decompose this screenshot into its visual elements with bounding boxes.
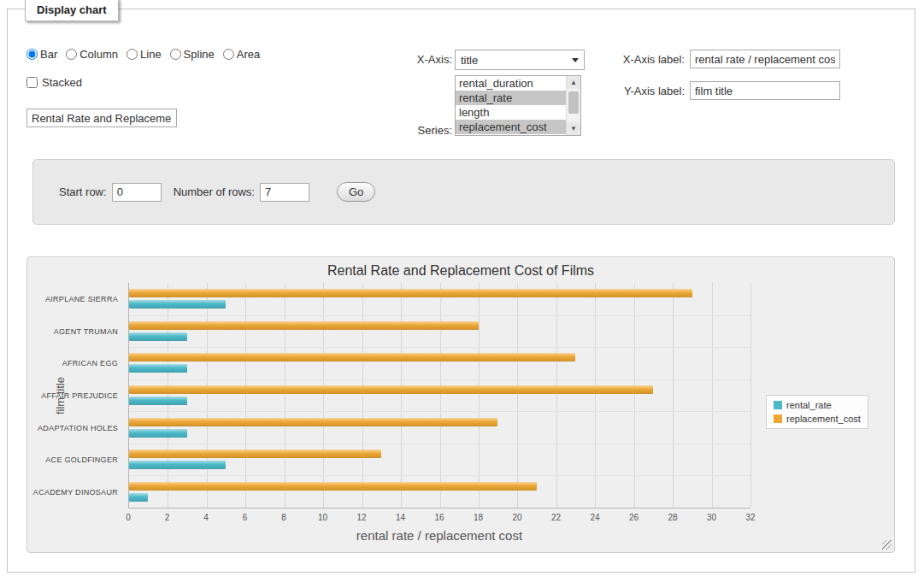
series-listbox[interactable]: rental_durationrental_ratelengthreplacem… <box>455 75 581 136</box>
bar-group <box>129 379 750 412</box>
radio-line[interactable] <box>127 49 138 60</box>
radio-area[interactable] <box>223 49 234 60</box>
x-tick-label: 28 <box>668 513 677 522</box>
series-option-replacement_cost[interactable]: replacement_cost <box>456 120 566 134</box>
bar-group <box>129 444 750 476</box>
bar-replacement_cost <box>129 289 692 297</box>
x-tick-label: 10 <box>318 513 327 522</box>
chart-type-area[interactable]: Area <box>223 48 260 61</box>
bar-rental_rate <box>129 364 187 373</box>
category-labels: AIRPLANE SIERRAAGENT TRUMANAFRICAN EGGAF… <box>27 283 123 509</box>
bar-group <box>129 315 750 348</box>
x-tick-label: 6 <box>243 513 248 522</box>
category-label: AIRPLANE SIERRA <box>27 283 118 315</box>
series-option-rental_rate[interactable]: rental_rate <box>456 91 566 105</box>
number-of-rows-label: Number of rows: <box>174 185 255 198</box>
radio-bar[interactable] <box>26 49 38 60</box>
bar-group <box>129 411 750 444</box>
category-label: AFRICAN EGG <box>27 347 118 379</box>
chevron-down-icon <box>572 58 579 62</box>
x-axis-select[interactable]: title <box>455 50 585 70</box>
radio-column[interactable] <box>66 49 77 60</box>
series-option-length[interactable]: length <box>456 105 566 120</box>
listbox-scrollbar[interactable]: ▲ ▼ <box>566 76 580 135</box>
x-tick-label: 2 <box>165 513 170 522</box>
chart-type-label: Spline <box>184 48 215 61</box>
series-option-rental_duration[interactable]: rental_duration <box>456 76 566 91</box>
plot-area <box>128 283 750 509</box>
stacked-label: Stacked <box>42 76 82 89</box>
x-tick-label: 4 <box>203 513 209 522</box>
x-tick-label: 30 <box>707 513 716 522</box>
rows-panel: Start row: Number of rows: Go <box>32 159 895 225</box>
chart-title-input[interactable] <box>26 109 177 127</box>
x-axis-label-input[interactable] <box>690 50 840 68</box>
bar-replacement_cost <box>129 321 479 330</box>
resize-handle-icon[interactable] <box>882 540 892 550</box>
stacked-row: Stacked <box>26 76 82 89</box>
chart-type-label: Line <box>140 48 162 61</box>
legend-label: replacement_cost <box>786 414 861 424</box>
bar-group <box>129 347 750 379</box>
chart-type-bar[interactable]: Bar <box>26 48 57 61</box>
series-label: Series: <box>397 124 452 137</box>
chart-legend: rental_ratereplacement_cost <box>766 395 868 429</box>
display-chart-fieldset: Display chart BarColumnLineSplineArea St… <box>7 9 915 573</box>
x-tick-label: 22 <box>551 513 561 522</box>
x-tick-label: 18 <box>474 513 483 522</box>
chart-panel: Rental Rate and Replacement Cost of Film… <box>26 256 895 553</box>
category-label: ACADEMY DINOSAUR <box>27 476 118 509</box>
bar-group <box>129 475 750 508</box>
bar-rental_rate <box>129 397 187 405</box>
category-label: ADAPTATION HOLES <box>27 412 118 444</box>
chart-type-label: Area <box>237 48 260 61</box>
scroll-up-icon[interactable]: ▲ <box>567 76 580 89</box>
legend-swatch-icon <box>774 414 782 423</box>
bar-rental_rate <box>129 493 148 502</box>
go-button[interactable]: Go <box>337 182 375 202</box>
bar-group <box>129 283 750 315</box>
x-axis-select-label: X-Axis: <box>397 53 452 66</box>
x-tick-label: 20 <box>512 513 521 522</box>
start-row-label: Start row: <box>59 185 107 198</box>
bar-rental_rate <box>129 332 187 341</box>
x-tick-label: 16 <box>434 513 444 522</box>
chart-type-line[interactable]: Line <box>127 48 162 61</box>
legend-item: replacement_cost <box>774 414 861 424</box>
x-tick-label: 26 <box>629 513 639 522</box>
start-row-input[interactable] <box>112 183 162 202</box>
legend-item: rental_rate <box>774 400 861 410</box>
bar-rental_rate <box>129 300 226 309</box>
x-tick-label: 0 <box>126 513 131 522</box>
fieldset-legend: Display chart <box>25 0 119 21</box>
chart-title: Rental Rate and Replacement Cost of Film… <box>27 263 894 279</box>
series-listbox-options: rental_durationrental_ratelengthreplacem… <box>456 76 566 135</box>
bar-replacement_cost <box>129 482 537 491</box>
stacked-checkbox[interactable] <box>26 77 38 88</box>
bar-rental_rate <box>129 429 187 438</box>
legend-swatch-icon <box>774 401 782 409</box>
bar-replacement_cost <box>129 418 497 426</box>
x-axis-selected-value: title <box>461 54 572 67</box>
x-tick-label: 14 <box>396 513 405 522</box>
x-tick-labels: 02468101214161820222426283032 <box>128 513 750 524</box>
scroll-down-icon[interactable]: ▼ <box>567 122 580 135</box>
chart-type-spline[interactable]: Spline <box>170 48 215 61</box>
x-axis-label-label: X-Axis label: <box>606 53 685 66</box>
category-label: AGENT TRUMAN <box>27 315 118 348</box>
chart-type-label: Bar <box>40 48 57 61</box>
x-tick-label: 8 <box>281 513 286 522</box>
chart-type-radios: BarColumnLineSplineArea <box>26 48 260 61</box>
gridline <box>750 283 751 508</box>
bar-replacement_cost <box>129 450 381 458</box>
chart-type-column[interactable]: Column <box>66 48 118 61</box>
x-tick-label: 32 <box>745 513 755 522</box>
x-tick-label: 24 <box>590 513 599 522</box>
scrollbar-thumb[interactable] <box>568 91 579 114</box>
y-axis-label-input[interactable] <box>690 81 840 100</box>
radio-spline[interactable] <box>170 49 181 60</box>
category-label: ACE GOLDFINGER <box>27 444 118 477</box>
bar-rental_rate <box>129 461 226 469</box>
x-tick-label: 12 <box>356 513 366 522</box>
number-of-rows-input[interactable] <box>260 183 309 202</box>
